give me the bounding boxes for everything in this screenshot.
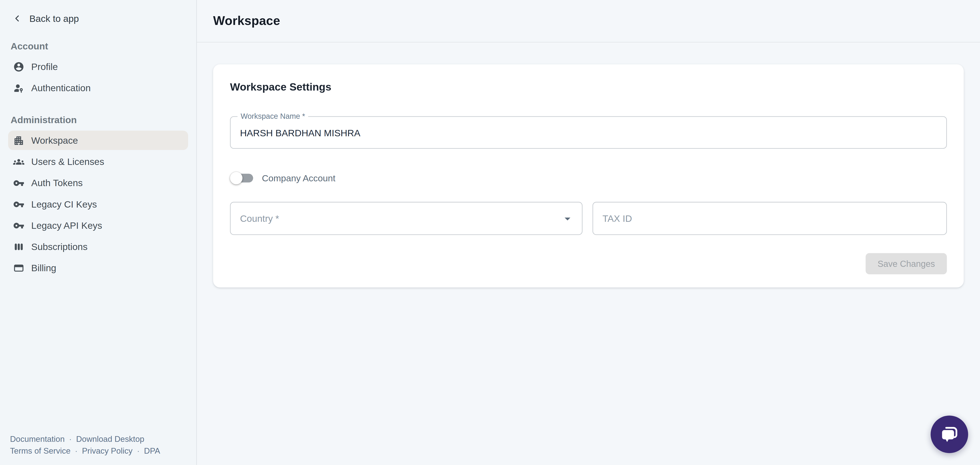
passkey-icon xyxy=(13,82,24,93)
chat-bubbles-icon xyxy=(939,424,960,445)
section-account: Account Profile Authentication xyxy=(0,41,196,97)
key-icon xyxy=(13,198,24,210)
sidebar-footer: Documentation · Download Desktop Terms o… xyxy=(10,433,160,457)
page-content: Workspace Settings Workspace Name * Comp… xyxy=(197,43,980,309)
sidebar-item-legacy-ci-keys[interactable]: Legacy CI Keys xyxy=(8,194,188,214)
sidebar-item-authentication[interactable]: Authentication xyxy=(8,78,188,97)
settings-sidebar: Back to app Account Profile A xyxy=(0,0,197,465)
card-actions: Save Changes xyxy=(230,253,947,274)
sidebar-item-subscriptions[interactable]: Subscriptions xyxy=(8,237,188,256)
card-title: Workspace Settings xyxy=(230,81,947,94)
sidebar-nav: Account Profile Authentication xyxy=(0,41,196,277)
sidebar-item-auth-tokens[interactable]: Auth Tokens xyxy=(8,173,188,193)
main-area: Workspace Workspace Settings Workspace N… xyxy=(197,0,980,465)
back-to-app-button[interactable]: Back to app xyxy=(0,0,196,24)
building-icon xyxy=(13,135,24,146)
sidebar-item-workspace[interactable]: Workspace xyxy=(8,131,188,150)
sidebar-item-label: Billing xyxy=(31,263,56,273)
sidebar-item-profile[interactable]: Profile xyxy=(8,57,188,76)
sidebar-item-label: Legacy API Keys xyxy=(31,220,102,231)
sidebar-item-label: Workspace xyxy=(31,135,78,146)
section-title-account: Account xyxy=(0,41,196,51)
workspace-name-input[interactable] xyxy=(231,117,946,148)
page-title: Workspace xyxy=(213,14,280,28)
sidebar-item-billing[interactable]: Billing xyxy=(8,258,188,277)
sidebar-item-label: Profile xyxy=(31,61,58,72)
country-tax-row: Country * xyxy=(230,202,947,235)
download-desktop-link[interactable]: Download Desktop xyxy=(76,433,144,445)
company-account-label: Company Account xyxy=(262,173,335,183)
company-account-toggle[interactable] xyxy=(230,172,253,185)
tax-id-input[interactable] xyxy=(593,202,946,234)
sidebar-item-label: Legacy CI Keys xyxy=(31,199,97,210)
documentation-link[interactable]: Documentation xyxy=(10,433,65,445)
terms-of-service-link[interactable]: Terms of Service xyxy=(10,445,71,457)
chevron-down-icon xyxy=(561,212,574,225)
chevron-left-icon xyxy=(13,14,22,23)
workspace-settings-card: Workspace Settings Workspace Name * Comp… xyxy=(213,64,964,287)
tax-id-field xyxy=(593,202,947,235)
footer-separator: · xyxy=(69,433,72,445)
person-icon xyxy=(13,61,24,72)
sidebar-item-label: Subscriptions xyxy=(31,241,88,252)
sidebar-item-users-licenses[interactable]: Users & Licenses xyxy=(8,152,188,171)
company-account-row: Company Account xyxy=(230,170,947,186)
privacy-policy-link[interactable]: Privacy Policy xyxy=(82,445,132,457)
dpa-link[interactable]: DPA xyxy=(144,445,160,457)
bars-icon xyxy=(13,241,24,252)
footer-separator: · xyxy=(137,445,140,457)
back-to-app-label: Back to app xyxy=(29,13,79,24)
groups-icon xyxy=(13,156,24,167)
section-administration: Administration Workspace Users & License… xyxy=(0,115,196,277)
chat-widget-button[interactable] xyxy=(931,416,968,453)
footer-separator: · xyxy=(75,445,78,457)
page-header: Workspace xyxy=(197,0,980,43)
save-changes-button[interactable]: Save Changes xyxy=(865,253,947,274)
key-icon xyxy=(13,220,24,231)
toggle-thumb xyxy=(230,172,242,185)
workspace-name-label: Workspace Name * xyxy=(237,112,308,121)
sidebar-item-label: Users & Licenses xyxy=(31,156,104,167)
country-select-label: Country * xyxy=(240,213,279,224)
key-icon xyxy=(13,177,24,188)
workspace-name-field: Workspace Name * xyxy=(230,116,947,149)
sidebar-item-legacy-api-keys[interactable]: Legacy API Keys xyxy=(8,216,188,235)
billing-card-icon xyxy=(13,262,24,273)
app-window: Back to app Account Profile A xyxy=(0,0,980,465)
section-title-administration: Administration xyxy=(0,115,196,125)
country-select[interactable]: Country * xyxy=(230,202,582,235)
sidebar-item-label: Auth Tokens xyxy=(31,177,83,188)
sidebar-item-label: Authentication xyxy=(31,83,91,93)
